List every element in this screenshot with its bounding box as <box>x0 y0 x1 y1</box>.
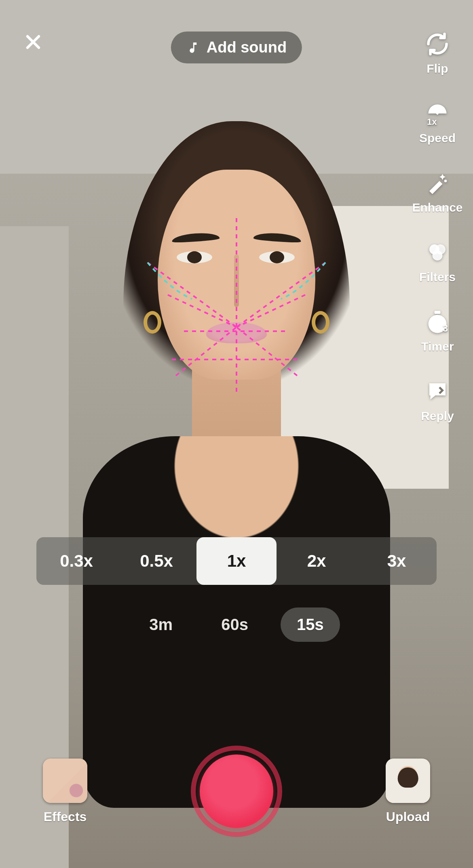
timer-label: Timer <box>421 340 454 353</box>
zoom-option-0-3x[interactable]: 0.3x <box>36 537 116 585</box>
timer-button[interactable]: 3 Timer <box>413 309 462 354</box>
bottom-controls: Effects Upload <box>0 735 473 848</box>
effects-label: Effects <box>44 809 87 824</box>
upload-button[interactable]: Upload <box>383 758 433 825</box>
effects-button[interactable]: Effects <box>40 758 90 825</box>
subject-illustration <box>83 121 390 808</box>
zoom-strip: 0.3x0.5x1x2x3x <box>36 537 437 585</box>
flip-icon <box>424 31 450 57</box>
reply-label: Reply <box>421 409 454 423</box>
filters-label: Filters <box>419 270 456 284</box>
zoom-option-2x[interactable]: 2x <box>277 537 357 585</box>
enhance-button[interactable]: Enhance <box>413 170 462 215</box>
svg-point-15 <box>433 250 443 261</box>
add-sound-button[interactable]: Add sound <box>171 32 302 63</box>
enhance-label: Enhance <box>412 201 462 214</box>
svg-point-12 <box>444 180 447 183</box>
timer-badge: 3 <box>443 323 448 334</box>
magic-wand-icon <box>424 170 450 196</box>
filters-icon <box>424 240 450 265</box>
speed-label: Speed <box>419 131 456 145</box>
close-button[interactable] <box>20 29 46 55</box>
speedometer-icon: 1x <box>424 101 450 126</box>
side-toolbar: Flip 1x Speed Enhance <box>413 31 462 423</box>
add-sound-label: Add sound <box>207 39 287 56</box>
zoom-option-1x[interactable]: 1x <box>196 537 277 585</box>
zoom-option-0-5x[interactable]: 0.5x <box>116 537 196 585</box>
speed-badge: 1x <box>427 117 437 127</box>
timer-icon: 3 <box>424 309 450 335</box>
svg-rect-16 <box>435 311 441 314</box>
reply-button[interactable]: Reply <box>413 378 462 423</box>
effects-thumbnail <box>43 759 87 803</box>
music-note-icon <box>186 41 200 55</box>
flip-button[interactable]: Flip <box>413 31 462 76</box>
duration-option-15s[interactable]: 15s <box>281 607 340 642</box>
close-icon <box>23 32 43 52</box>
record-button[interactable] <box>200 755 273 828</box>
speed-button[interactable]: 1x Speed <box>413 100 462 145</box>
reply-icon <box>424 378 450 404</box>
duration-option-60s[interactable]: 60s <box>205 607 264 642</box>
duration-option-3m[interactable]: 3m <box>133 607 189 642</box>
record-control <box>191 746 282 837</box>
upload-thumbnail <box>386 759 430 803</box>
flip-label: Flip <box>427 62 448 76</box>
duration-row: 3m60s15s <box>0 607 473 642</box>
filters-button[interactable]: Filters <box>413 239 462 284</box>
zoom-option-3x[interactable]: 3x <box>357 537 437 585</box>
upload-label: Upload <box>386 809 430 824</box>
